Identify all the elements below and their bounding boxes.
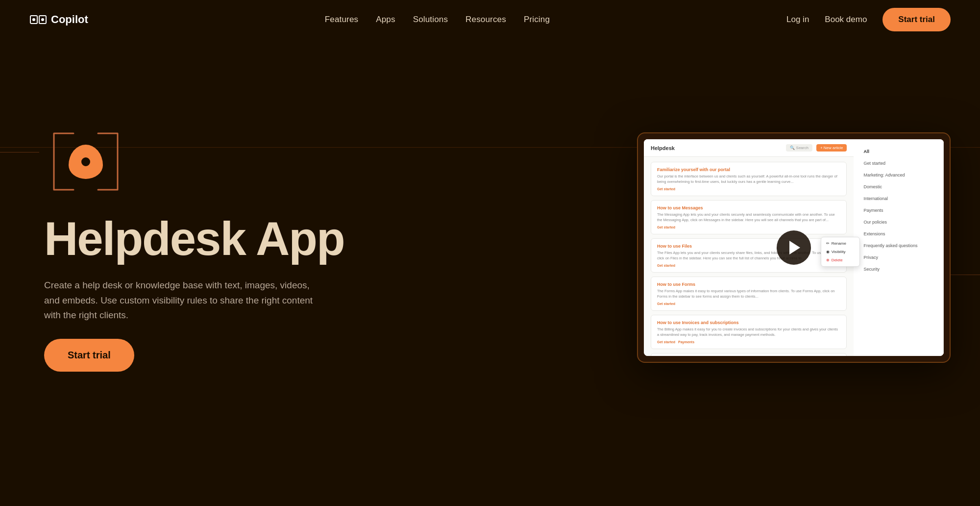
nav-resources[interactable]: Resources [466, 15, 506, 24]
rename-icon: ✏ [826, 241, 830, 246]
mock-article-2-body: The Messaging App lets you and your clie… [657, 212, 840, 223]
search-label: Search [796, 146, 808, 150]
mock-article-5-body: The Billing App makes it easy for you to… [657, 327, 840, 337]
play-button[interactable] [777, 230, 811, 265]
mock-topbar-right: 🔍 Search + New article [786, 144, 847, 152]
book-demo-link[interactable]: Book demo [825, 15, 867, 25]
nav-features[interactable]: Features [325, 15, 358, 24]
mock-article-3-tag-0: Get started [657, 264, 675, 267]
mock-article-6: How to use the Helpdesk The Knowledge ba… [651, 353, 847, 356]
mock-article-4-body: The Forms App makes it easy to request v… [657, 289, 840, 299]
mock-sidebar-privacy[interactable]: Privacy [859, 253, 937, 262]
mock-article-5-tag-0: Get started [657, 340, 675, 344]
svg-point-2 [32, 18, 35, 21]
login-link[interactable]: Log in [786, 15, 809, 25]
mock-article-5-title: How to use Invoices and subscriptions [657, 320, 840, 325]
hero-right: Helpdesk 🔍 Search + New article Fam [637, 132, 951, 363]
nav-solutions[interactable]: Solutions [413, 15, 448, 24]
mock-article-3-tags: Get started [657, 264, 840, 267]
search-icon: 🔍 [790, 146, 795, 150]
visibility-label: Visibility [832, 250, 846, 254]
hero-subtitle: Create a help desk or knowledge base wit… [44, 278, 318, 323]
mockup-inner: Helpdesk 🔍 Search + New article Fam [644, 139, 944, 356]
visibility-icon: ◉ [826, 250, 830, 254]
hero-icon-dot [81, 157, 90, 166]
nav-pricing[interactable]: Pricing [524, 15, 550, 24]
mock-sidebar-marketing[interactable]: Marketing: Advanced [859, 171, 937, 179]
navigation: Copilot Features Apps Solutions Resource… [0, 0, 980, 39]
mock-article-1-tags: Get started [657, 187, 840, 191]
logo-link[interactable]: Copilot [29, 11, 88, 28]
mock-article-5-tag-1: Payments [678, 340, 694, 344]
nav-right: Log in Book demo Start trial [786, 8, 951, 31]
mock-article-2-title: How to use Messages [657, 205, 840, 210]
mock-article-3-title: How to use Files [657, 244, 840, 249]
mock-sidebar-international[interactable]: International [859, 194, 937, 203]
mock-context-delete[interactable]: ⊗ Delete [821, 256, 859, 264]
delete-icon: ⊗ [826, 258, 830, 262]
mock-article-1-tag-0: Get started [657, 187, 675, 191]
start-trial-hero-button[interactable]: Start trial [44, 339, 134, 372]
mock-article-1-body: Our portal is the interface between us a… [657, 174, 840, 184]
hero-icon-container [44, 124, 127, 200]
start-trial-nav-button[interactable]: Start trial [882, 8, 951, 31]
mock-sidebar-payments[interactable]: Payments [859, 206, 937, 215]
mock-article-2-tags: Get started [657, 226, 840, 229]
mock-sidebar-extensions[interactable]: Extensions [859, 229, 937, 238]
mock-sidebar-all[interactable]: All [859, 147, 937, 156]
mock-sidebar: All Get started Marketing: Advanced Dome… [854, 139, 944, 356]
mock-sidebar-get-started[interactable]: Get started [859, 159, 937, 168]
nav-links: Features Apps Solutions Resources Pricin… [325, 15, 550, 25]
mock-article-2: How to use Messages The Messaging App le… [651, 200, 847, 234]
mock-article-1: Familiarize yourself with our portal Our… [651, 162, 847, 196]
mock-sidebar-security[interactable]: Security [859, 265, 937, 274]
mock-search-bar[interactable]: 🔍 Search [786, 144, 812, 152]
mock-article-3: How to use Files The Files App lets you … [651, 238, 847, 273]
logo-text: Copilot [51, 13, 88, 26]
mock-article-5-tags: Get started Payments [657, 340, 840, 344]
mock-new-article-button[interactable]: + New article [816, 144, 847, 152]
mock-topbar: Helpdesk 🔍 Search + New article [644, 139, 854, 157]
mock-context-visibility[interactable]: ◉ Visibility [821, 248, 859, 256]
logo-icon [29, 11, 47, 28]
mock-article-5: How to use Invoices and subscriptions Th… [651, 315, 847, 349]
rename-label: Rename [832, 241, 846, 246]
mock-article-4-title: How to use Forms [657, 282, 840, 287]
delete-label: Delete [832, 258, 843, 262]
hero-section: Helpdesk App Create a help desk or knowl… [0, 39, 980, 466]
mock-article-2-tag-0: Get started [657, 226, 675, 229]
mock-sidebar-faq[interactable]: Frequently asked questions [859, 241, 937, 250]
mock-sidebar-domestic[interactable]: Domestic [859, 182, 937, 191]
mock-sidebar-our-policies[interactable]: Our policies [859, 218, 937, 227]
svg-point-3 [41, 18, 44, 21]
mock-context-rename[interactable]: ✏ Rename [821, 239, 859, 248]
hero-title: Helpdesk App [44, 215, 344, 262]
mock-topbar-title: Helpdesk [651, 145, 675, 151]
hero-left: Helpdesk App Create a help desk or knowl… [44, 124, 344, 371]
mock-article-3-body: The Files App lets you and your clients … [657, 251, 840, 261]
mock-article-4-tag-0: Get started [657, 302, 675, 305]
mock-article-4-tags: Get started [657, 302, 840, 305]
mock-context-menu: ✏ Rename ◉ Visibility ⊗ Delete [821, 237, 860, 267]
mock-article-1-title: Familiarize yourself with our portal [657, 167, 840, 172]
mockup-container: Helpdesk 🔍 Search + New article Fam [637, 132, 951, 363]
nav-apps[interactable]: Apps [376, 15, 395, 24]
mock-article-4: How to use Forms The Forms App makes it … [651, 277, 847, 311]
deco-line-left [0, 152, 39, 152]
